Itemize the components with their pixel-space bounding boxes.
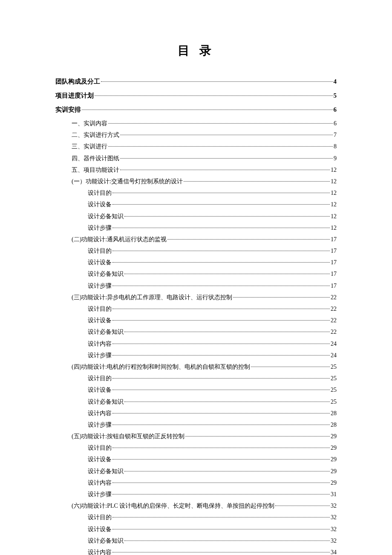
toc-entry-page: 22 — [331, 304, 337, 314]
toc-entry-page: 29 — [331, 466, 337, 477]
toc-dots — [108, 146, 333, 147]
toc-dots — [233, 297, 330, 298]
toc-entry: 设计步骤12 — [55, 223, 337, 233]
toc-entry-label: 设计必备知识 — [88, 396, 124, 407]
toc-dots — [124, 402, 330, 402]
toc-entry-label: 设计设备 — [88, 384, 112, 395]
toc-dots — [112, 378, 330, 379]
toc-dots — [124, 332, 330, 332]
toc-dots — [120, 170, 330, 170]
toc-entry: 设计目的17 — [55, 246, 337, 256]
toc-entry-label: 设计设备 — [88, 199, 112, 210]
toc-entry: 设计必备知识22 — [55, 327, 337, 337]
toc-entry: (一）功能设计:交通信号灯控制系统的设计12 — [55, 176, 337, 187]
toc-entry-page: 28 — [331, 408, 337, 419]
toc-entry: 设计设备32 — [55, 524, 337, 535]
toc-dots — [112, 517, 330, 517]
toc-entry: 设计必备知识29 — [55, 466, 337, 477]
toc-entry: 设计步骤31 — [55, 489, 337, 500]
toc-entry-page: 17 — [331, 234, 337, 245]
toc-entry-label: 设计必备知识 — [88, 327, 124, 337]
toc-dots — [120, 158, 333, 159]
toc-entry-page: 17 — [331, 257, 337, 268]
toc-entry-page: 7 — [334, 130, 337, 140]
toc-entry-page: 29 — [331, 477, 337, 488]
toc-dots — [184, 181, 330, 182]
toc-entry-page: 12 — [331, 211, 337, 222]
toc-dots — [112, 251, 330, 251]
toc-entry: 设计必备知识32 — [55, 535, 337, 546]
toc-entry-label: 设计设备 — [88, 315, 112, 326]
toc-entry-page: 12 — [331, 165, 337, 175]
toc-entry-page: 4 — [334, 76, 337, 87]
toc-dots — [112, 529, 330, 529]
toc-entry: 设计内容24 — [55, 338, 337, 349]
toc-dots — [112, 228, 330, 228]
toc-entry: (四)功能设计:电机的行程控制和时间控制、电机的自锁和互锁的控制25 — [55, 361, 337, 372]
toc-dots — [185, 436, 330, 436]
toc-entry-page: 22 — [331, 327, 337, 337]
toc-dots — [112, 390, 330, 390]
toc-entry: 设计内容28 — [55, 408, 337, 419]
toc-entry-label: 二、实训进行方式 — [72, 130, 119, 140]
toc-entry-page: 24 — [331, 350, 337, 361]
toc-entry-page: 29 — [331, 431, 337, 442]
toc-entry: 四、器件设计图纸9 — [55, 153, 337, 164]
toc-entry-label: 设计步骤 — [88, 489, 112, 500]
toc-dots — [108, 123, 333, 124]
toc-entry-page: 22 — [331, 315, 337, 326]
toc-entry: 设计目的29 — [55, 442, 337, 453]
toc-entry: 设计目的22 — [55, 304, 337, 314]
toc-dots — [82, 110, 333, 110]
toc-entry: 设计步骤28 — [55, 419, 337, 430]
toc-entry-label: 设计内容 — [88, 338, 112, 349]
toc-entry-label: (一）功能设计:交通信号灯控制系统的设计 — [72, 176, 183, 187]
toc-entry: 项目进度计划5 — [55, 90, 337, 101]
toc-entry-label: 设计必备知识 — [88, 269, 124, 279]
toc-dots — [112, 355, 330, 356]
toc-entry-label: 设计步骤 — [88, 223, 112, 233]
toc-entry-label: 五、项目功能设计 — [72, 165, 119, 175]
toc-entry-label: 设计步骤 — [88, 419, 112, 430]
toc-entry-page: 22 — [331, 292, 337, 303]
toc-entry-page: 28 — [331, 419, 337, 430]
toc-entry: 设计目的32 — [55, 512, 337, 523]
toc-entry-label: 设计目的 — [88, 373, 112, 384]
toc-entry: 团队构成及分工4 — [55, 76, 337, 87]
toc-dots — [112, 459, 330, 460]
toc-entry-label: 设计设备 — [88, 454, 112, 465]
toc-entry-page: 34 — [331, 547, 337, 555]
toc-entry-page: 17 — [331, 280, 337, 291]
table-of-contents: 团队构成及分工4项目进度计划5实训安排6一、实训内容6二、实训进行方式7三、实训… — [55, 76, 337, 555]
toc-entry-page: 25 — [331, 373, 337, 384]
toc-entry: (二)功能设计:通风机运行状态的监视17 — [55, 234, 337, 245]
toc-entry-page: 29 — [331, 442, 337, 453]
toc-entry-label: 设计目的 — [88, 188, 112, 198]
toc-dots — [112, 320, 330, 321]
toc-entry-page: 12 — [331, 223, 337, 233]
toc-entry-label: 设计目的 — [88, 442, 112, 453]
toc-entry-label: (三)功能设计:异步电机的工作原理、电路设计、运行状态控制 — [72, 292, 232, 303]
toc-entry-page: 29 — [331, 454, 337, 465]
toc-entry-label: 项目进度计划 — [55, 90, 94, 101]
toc-entry-label: 设计必备知识 — [88, 466, 124, 477]
toc-entry-label: 团队构成及分工 — [55, 76, 100, 87]
toc-entry: 设计设备12 — [55, 199, 337, 210]
toc-dots — [112, 425, 330, 425]
toc-entry-label: 一、实训内容 — [72, 118, 107, 129]
toc-entry-label: 三、实训进行 — [72, 141, 107, 152]
toc-dots — [95, 95, 333, 96]
toc-entry: 设计设备25 — [55, 384, 337, 395]
toc-entry-page: 9 — [334, 153, 337, 164]
toc-entry-label: (二)功能设计:通风机运行状态的监视 — [72, 234, 167, 245]
toc-dots — [112, 483, 330, 483]
toc-entry: 设计步骤24 — [55, 350, 337, 361]
toc-dots — [275, 506, 330, 506]
toc-entry-label: 设计设备 — [88, 257, 112, 268]
toc-entry: (五)功能设计:按钮自锁和互锁的正反转控制29 — [55, 431, 337, 442]
toc-entry-label: (五)功能设计:按钮自锁和互锁的正反转控制 — [72, 431, 184, 442]
toc-entry: 设计设备29 — [55, 454, 337, 465]
toc-entry-page: 6 — [334, 118, 337, 129]
toc-entry-page: 32 — [331, 524, 337, 535]
toc-entry: 设计必备知识12 — [55, 211, 337, 222]
